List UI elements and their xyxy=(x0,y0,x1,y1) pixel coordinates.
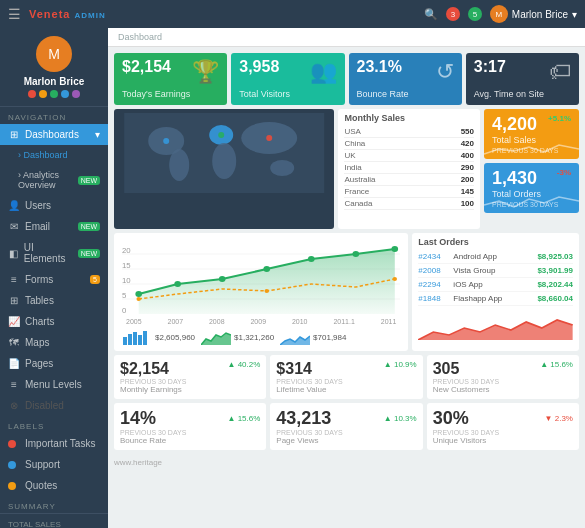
label-important[interactable]: Important Tasks xyxy=(0,433,108,454)
maps-icon: 🗺 xyxy=(8,337,20,348)
sidebar-item-maps[interactable]: 🗺 Maps xyxy=(0,332,108,353)
sidebar-item-charts[interactable]: 📈 Charts xyxy=(0,311,108,332)
trophy-icon: 🏆 xyxy=(192,59,219,85)
notification-badge[interactable]: 3 xyxy=(446,7,460,21)
metric-lifetime-value: $314 ▲ 10.9% PREVIOUS 30 DAYS Lifetime V… xyxy=(270,355,422,399)
sidebar-item-ui[interactable]: ◧ UI Elements NEW xyxy=(0,237,108,269)
hamburger-icon[interactable]: ☰ xyxy=(8,6,21,22)
map-area xyxy=(114,109,334,229)
big-stats-col: 4,200 Total Sales +5.1% PREVIOUS 30 DAYS xyxy=(484,109,579,229)
users-icon: 👤 xyxy=(8,200,20,211)
area-chart-mini-2 xyxy=(280,329,310,345)
pageviews-val: 43,213 xyxy=(276,408,331,429)
sidebar-item-analytics[interactable]: › Analytics Overview NEW xyxy=(0,165,108,195)
stat-card-bounce: 23.1% ↺ Bounce Rate xyxy=(349,53,462,105)
sidebar-item-forms[interactable]: ≡ Forms 5 xyxy=(0,269,108,290)
bounce-rate-card: 14% ▲ 15.6% PREVIOUS 30 DAYS Bounce Rate xyxy=(114,403,266,450)
label-quotes[interactable]: Quotes xyxy=(0,475,108,496)
bounce-icon: ↺ xyxy=(436,59,454,85)
chevron-down-icon: ▾ xyxy=(572,9,577,20)
metric-change-0: ▲ 40.2% xyxy=(228,360,261,369)
email-icon: ✉ xyxy=(8,221,20,232)
line-chart-section: 20 15 10 5 0 xyxy=(114,233,408,351)
earnings-value: $2,154 xyxy=(122,59,171,75)
bounce-row: 14% ▲ 15.6% PREVIOUS 30 DAYS Bounce Rate… xyxy=(108,403,585,456)
svg-rect-30 xyxy=(123,337,127,345)
chart-x-labels: 2005 2007 2008 2009 2010 2011.1 2011 xyxy=(122,318,400,325)
menu-icon: ≡ xyxy=(8,379,20,390)
ms-row-usa: USA550 xyxy=(344,126,474,138)
svg-point-9 xyxy=(266,135,272,141)
ms-row-australia: Australia200 xyxy=(344,174,474,186)
sidebar-item-pages[interactable]: 📄 Pages xyxy=(0,353,108,374)
area-val-2: $1,321,260 xyxy=(234,333,274,342)
bounce-val: 14% xyxy=(120,408,156,429)
ms-row-india: India290 xyxy=(344,162,474,174)
sidebar-item-dashboard[interactable]: › Dashboard xyxy=(0,145,108,165)
sidebar-status-dots xyxy=(28,90,80,98)
ms-row-china: China420 xyxy=(344,138,474,150)
sidebar-item-disabled: ⊗ Disabled xyxy=(0,395,108,416)
svg-point-2 xyxy=(169,149,189,181)
area-strip: $2,605,960 $1,321,260 xyxy=(122,329,400,345)
label-support[interactable]: Support xyxy=(0,454,108,475)
monthly-sales-table: Monthly Sales USA550 China420 UK400 Indi… xyxy=(338,109,480,229)
stat-card-earnings: $2,154 🏆 Today's Earnings xyxy=(114,53,227,105)
total-orders-card: 1,430 Total Orders -3% PREVIOUS 30 DAYS xyxy=(484,163,579,213)
charts-icon: 📈 xyxy=(8,316,20,327)
svg-rect-31 xyxy=(128,334,132,345)
main-content: Dashboard $2,154 🏆 Today's Earnings xyxy=(108,28,585,528)
bounce-change: ▲ 15.6% xyxy=(228,408,261,429)
sidebar-user-name: Marlon Brice xyxy=(24,76,85,87)
pageviews-change: ▲ 10.3% xyxy=(384,408,417,429)
page-views-card: 43,213 ▲ 10.3% PREVIOUS 30 DAYS Page Vie… xyxy=(270,403,422,450)
lo-row-4: #1848 Flashapp App $8,660.04 xyxy=(418,292,573,306)
message-badge[interactable]: 5 xyxy=(468,7,482,21)
metric-val-2: 305 xyxy=(433,360,460,378)
top-bar: ☰ Veneta ADMIN 🔍 3 5 M Marlon Brice ▾ xyxy=(0,0,585,28)
user-menu[interactable]: M Marlon Brice ▾ xyxy=(490,5,577,23)
stat-cards-row: $2,154 🏆 Today's Earnings 3,958 👥 Total … xyxy=(108,47,585,105)
world-map xyxy=(118,113,330,193)
stat-card-time: 3:17 🏷 Avg. Time on Site xyxy=(466,53,579,105)
total-orders-change: -3% xyxy=(557,168,571,177)
top-bar-right: 🔍 3 5 M Marlon Brice ▾ xyxy=(424,5,577,23)
metric-monthly-earnings: $2,154 ▲ 40.2% PREVIOUS 30 DAYS Monthly … xyxy=(114,355,266,399)
lo-row-2: #2008 Vista Group $3,901.99 xyxy=(418,264,573,278)
unique-val: 30% xyxy=(433,408,469,429)
labels-section: Labels xyxy=(0,416,108,433)
badge-forms: 5 xyxy=(90,275,100,284)
breadcrumb: Dashboard xyxy=(108,28,585,47)
sidebar-item-menu-levels[interactable]: ≡ Menu Levels xyxy=(0,374,108,395)
sidebar-profile: M Marlon Brice xyxy=(0,28,108,107)
red-area-chart xyxy=(418,310,573,340)
summary-section: Summary xyxy=(0,496,108,513)
search-icon[interactable]: 🔍 xyxy=(424,8,438,21)
svg-point-7 xyxy=(163,138,169,144)
svg-rect-34 xyxy=(143,331,147,345)
avatar: M xyxy=(490,5,508,23)
pages-icon: 📄 xyxy=(8,358,20,369)
ui-icon: ◧ xyxy=(8,248,19,259)
sidebar-item-tables[interactable]: ⊞ Tables xyxy=(0,290,108,311)
stat-card-visitors: 3,958 👥 Total Visitors xyxy=(231,53,344,105)
avatar: M xyxy=(36,36,72,72)
visitors-value: 3,958 xyxy=(239,59,279,75)
dashboard-icon: ⊞ xyxy=(8,129,20,140)
svg-point-27 xyxy=(136,297,140,301)
chevron-icon: ▾ xyxy=(95,129,100,140)
tables-icon: ⊞ xyxy=(8,295,20,306)
total-sales-value: 4,200 xyxy=(492,114,537,135)
unique-visitors-card: 30% ▼ 2.3% PREVIOUS 30 DAYS Unique Visit… xyxy=(427,403,579,450)
dot-purple xyxy=(72,90,80,98)
disabled-icon: ⊗ xyxy=(8,400,20,411)
sidebar-item-email[interactable]: ✉ Email NEW xyxy=(0,216,108,237)
bounce-value: 23.1% xyxy=(357,59,402,75)
svg-point-8 xyxy=(218,132,224,138)
nav-section-label: Navigation xyxy=(0,107,108,124)
svg-text:15: 15 xyxy=(122,261,131,270)
sidebar-item-dashboards[interactable]: ⊞ Dashboards ▾ xyxy=(0,124,108,145)
svg-point-4 xyxy=(212,143,236,179)
area-val-3: $701,984 xyxy=(313,333,346,342)
sidebar-item-users[interactable]: 👤 Users xyxy=(0,195,108,216)
